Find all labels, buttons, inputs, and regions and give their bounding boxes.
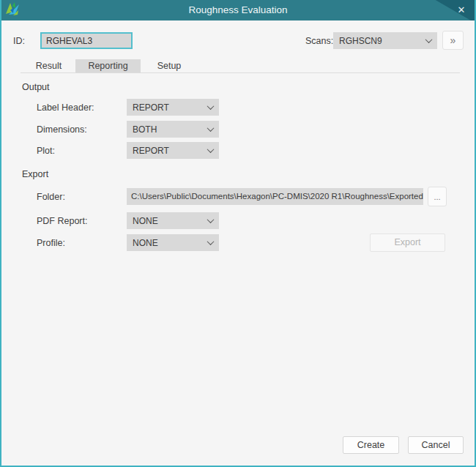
id-label: ID: (13, 36, 25, 47)
label-header-label: Label Header: (37, 102, 94, 113)
pdf-report-label: PDF Report: (37, 216, 87, 227)
chevron-down-icon (425, 36, 433, 43)
window-title: Roughness Evaluation (0, 0, 476, 20)
dimensions-label: Dimensions: (37, 124, 87, 135)
output-section-heading: Output (22, 82, 50, 92)
chevron-down-icon (207, 216, 215, 223)
pdf-report-dropdown[interactable]: NONE (127, 212, 219, 229)
profile-dropdown[interactable]: NONE (127, 234, 219, 251)
roughness-evaluation-dialog: Roughness Evaluation ✕ ID: Scans: RGHSCN… (0, 0, 476, 467)
chevron-down-icon (207, 102, 215, 110)
tab-setup[interactable]: Setup (141, 59, 198, 73)
label-header-dropdown[interactable]: REPORT (127, 99, 219, 116)
close-icon[interactable]: ✕ (453, 0, 470, 20)
chevron-down-icon (207, 146, 215, 153)
pdf-report-dropdown-value: NONE (133, 216, 208, 226)
plot-dropdown-value: REPORT (133, 146, 208, 156)
label-header-dropdown-value: REPORT (133, 102, 208, 113)
scans-label: Scans: (305, 36, 333, 47)
profile-dropdown-value: NONE (133, 238, 208, 248)
folder-label: Folder: (37, 192, 65, 203)
export-button[interactable]: Export (370, 234, 445, 252)
scans-dropdown[interactable]: RGHSCN9 (333, 32, 437, 49)
tab-reporting[interactable]: Reporting (75, 59, 141, 73)
cancel-button[interactable]: Cancel (408, 436, 464, 454)
browse-folder-button[interactable]: ... (428, 187, 447, 206)
dimensions-dropdown-value: BOTH (133, 124, 208, 135)
id-input[interactable] (40, 32, 133, 49)
title-bar[interactable]: Roughness Evaluation ✕ (0, 0, 476, 20)
profile-label: Profile: (37, 238, 65, 249)
expand-scans-button[interactable]: » (442, 31, 464, 50)
plot-label: Plot: (37, 146, 55, 157)
scans-dropdown-value: RGHSCN9 (339, 36, 426, 46)
plot-dropdown[interactable]: REPORT (127, 142, 219, 159)
dimensions-dropdown[interactable]: BOTH (127, 121, 219, 138)
tab-separator (21, 72, 460, 73)
export-section-heading: Export (22, 169, 48, 179)
folder-path-field[interactable]: C:\Users\Public\Documents\Hexagon\PC-DMI… (127, 188, 423, 205)
chevron-down-icon (207, 238, 215, 245)
chevron-down-icon (207, 124, 215, 132)
tab-result[interactable]: Result (22, 59, 75, 73)
create-button[interactable]: Create (343, 436, 399, 454)
